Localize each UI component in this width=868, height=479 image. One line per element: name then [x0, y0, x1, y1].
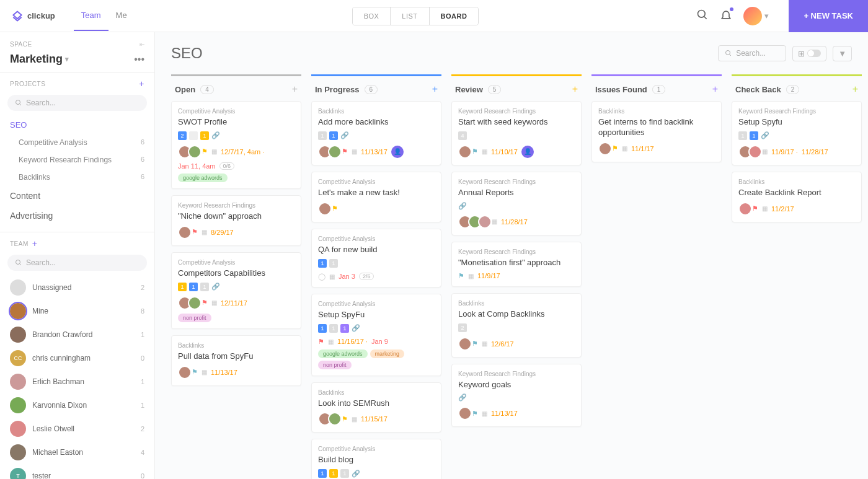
card-category: Backlinks	[318, 389, 435, 396]
add-card-icon[interactable]: +	[712, 84, 718, 95]
team-member[interactable]: Brandon Crawford1	[7, 323, 147, 346]
view-board[interactable]: BOARD	[430, 7, 479, 25]
column-title: Issues Found	[595, 85, 647, 94]
team-member[interactable]: Karvonnia Dixon1	[7, 393, 147, 417]
card-title: SWOT Profile	[178, 117, 294, 128]
page-title: SEO	[171, 45, 203, 62]
team-search[interactable]: Search...	[7, 255, 147, 271]
project-item[interactable]: SEO	[10, 116, 144, 134]
card-title: Start with seed keywords	[458, 117, 575, 128]
badge: 1	[750, 131, 758, 140]
task-card[interactable]: Keyword Research FindingsStart with seed…	[451, 101, 582, 165]
collapse-icon[interactable]: ⇤	[140, 41, 145, 48]
calendar-icon: ▦	[202, 369, 207, 376]
due-date: 12/6/17	[491, 340, 514, 348]
attachment-icon: 🔗	[458, 393, 467, 402]
assignee-avatar	[748, 145, 762, 159]
due-date: 12/7/17, 4am ·	[221, 148, 264, 156]
badge: 1	[340, 469, 349, 478]
filter-button[interactable]: ▼	[833, 46, 852, 61]
team-member[interactable]: Unassigned2	[7, 276, 147, 299]
add-team-icon[interactable]: +	[32, 239, 38, 248]
task-card[interactable]: Competitive AnalysisQA for new build11◯▦…	[311, 229, 441, 288]
user-icon: 👤	[521, 146, 534, 158]
new-task-button[interactable]: + NEW TASK	[789, 0, 868, 32]
task-card[interactable]: BacklinksAdd more backlinks11🔗⚑▦11/13/17…	[311, 101, 441, 165]
task-card[interactable]: Keyword Research Findings"Monetisation f…	[451, 242, 582, 287]
brand-text: clickup	[27, 11, 55, 20]
task-card[interactable]: Competitive AnalysisSWOT Profile21🔗⚑▦12/…	[171, 101, 301, 189]
task-card[interactable]: BacklinksPull data from SpyFu⚑▦11/13/17	[171, 335, 301, 386]
logo[interactable]: clickup	[11, 10, 55, 22]
team-member[interactable]: Michael Easton4	[7, 441, 147, 464]
card-category: Competitive Analysis	[178, 108, 294, 115]
add-card-icon[interactable]: +	[432, 84, 438, 95]
task-card[interactable]: Keyword Research FindingsKeyword goals🔗⚑…	[451, 364, 582, 428]
view-box[interactable]: BOX	[353, 7, 391, 25]
user-menu[interactable]: ▾	[743, 7, 769, 25]
space-label: SPACE	[10, 41, 32, 48]
badge: 1	[318, 324, 327, 333]
task-card[interactable]: Competitive AnalysisSetup SpyFu111🔗⚑▦11/…	[311, 294, 441, 376]
project-search[interactable]: Search...	[7, 95, 147, 111]
add-project-icon[interactable]: +	[139, 79, 144, 89]
task-card[interactable]: BacklinksLook at Comp Backlinks2⚑▦12/6/1…	[451, 293, 582, 358]
priority-flag-icon: ⚑	[202, 147, 208, 156]
team-member[interactable]: Erlich Bachman1	[7, 370, 147, 393]
card-category: Backlinks	[738, 178, 855, 185]
task-card[interactable]: Keyword Research FindingsAnnual Reports🔗…	[451, 172, 582, 235]
card-category: Keyword Research Findings	[458, 371, 575, 377]
tag: marketing	[370, 349, 405, 358]
sidebar: SPACE⇤ Marketing▾ ••• PROJECTS+ Search..…	[0, 32, 155, 479]
priority-flag-icon: ⚑	[752, 204, 758, 213]
due-date: 11/1/17	[631, 145, 654, 152]
assignee-avatar	[188, 296, 202, 310]
task-card[interactable]: Competitive AnalysisBuild blog111🔗⚑▦12/1…	[311, 439, 441, 479]
task-card[interactable]: Keyword Research Findings"Niche down" ap…	[171, 195, 301, 246]
hierarchy-toggle[interactable]: ⊞	[792, 46, 826, 61]
card-title: Look at Comp Backlinks	[458, 309, 575, 320]
task-card[interactable]: Competitive AnalysisLet's make a new tas…	[311, 172, 441, 222]
project-item[interactable]: Competitive Analysis6	[10, 134, 144, 151]
space-selector[interactable]: Marketing▾	[10, 53, 69, 66]
project-item[interactable]: Keyword Research Findings6	[10, 151, 144, 169]
board-search[interactable]: Search...	[718, 45, 786, 61]
team-member[interactable]: Mine8	[7, 299, 147, 323]
calendar-icon: ▦	[352, 148, 357, 155]
column-count: 4	[200, 85, 214, 94]
task-card[interactable]: BacklinksLook into SEMRush⚑▦11/15/17	[311, 382, 441, 433]
nav-team[interactable]: Team	[74, 1, 108, 31]
task-card[interactable]: Competitive AnalysisCompetitors Capabili…	[171, 252, 301, 329]
assignee-avatar	[328, 412, 342, 426]
calendar-icon: ▦	[468, 273, 474, 279]
team-member[interactable]: Leslie Otwell2	[7, 417, 147, 441]
due-date: 11/13/17	[361, 148, 388, 156]
team-member[interactable]: Ttester0	[7, 464, 147, 479]
priority-flag-icon: ⚑	[332, 204, 338, 213]
team-member[interactable]: CCchris cunningham0	[7, 346, 147, 370]
calendar-icon: ▦	[482, 148, 487, 155]
attachment-icon: 🔗	[352, 324, 360, 332]
badge: 1	[200, 283, 209, 291]
view-list[interactable]: LIST	[391, 7, 429, 25]
priority-flag-icon: ⚑	[192, 228, 198, 236]
notifications-icon[interactable]	[720, 9, 732, 23]
nav-me[interactable]: Me	[108, 1, 135, 31]
add-card-icon[interactable]: +	[292, 84, 298, 95]
assignee-avatar	[478, 215, 492, 229]
add-card-icon[interactable]: +	[572, 84, 578, 95]
project-item[interactable]: Advertising	[0, 206, 154, 226]
search-icon[interactable]	[696, 9, 709, 23]
card-title: Look into SEMRush	[318, 398, 435, 409]
attachment-icon: 🔗	[458, 202, 467, 210]
project-item[interactable]: Backlinks6	[10, 169, 144, 186]
space-more-icon[interactable]: •••	[134, 54, 144, 65]
add-card-icon[interactable]: +	[852, 84, 858, 95]
task-card[interactable]: BacklinksGet interns to find backlink op…	[591, 101, 722, 162]
column-title: In Progress	[315, 85, 360, 94]
project-item[interactable]: Content	[0, 186, 154, 206]
attachment-icon: 🔗	[761, 131, 769, 139]
task-card[interactable]: BacklinksCreate Backlink Report⚑▦11/2/17	[732, 172, 862, 222]
task-card[interactable]: Keyword Research FindingsSetup Spyfu11🔗▦…	[732, 101, 862, 165]
tag: non profit	[318, 361, 352, 369]
